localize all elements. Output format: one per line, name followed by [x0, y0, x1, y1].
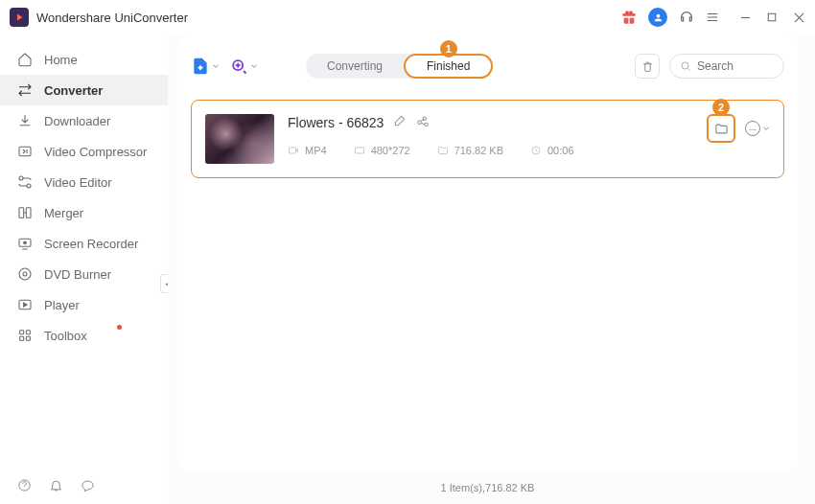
editor-icon	[17, 174, 33, 190]
home-icon	[17, 52, 33, 67]
minimize-button[interactable]	[738, 11, 752, 24]
sidebar-item-merger[interactable]: Merger	[0, 197, 168, 228]
player-icon	[17, 297, 33, 312]
sidebar-item-compressor[interactable]: Video Compressor	[0, 136, 168, 167]
tab-finished[interactable]: 1 Finished	[404, 54, 493, 79]
meta-size: 716.82 KB	[437, 145, 503, 156]
titlebar: Wondershare UniConverter	[0, 0, 815, 34]
callout-badge: 2	[712, 99, 730, 116]
gift-icon[interactable]	[621, 10, 637, 25]
feedback-icon[interactable]	[81, 478, 95, 493]
sidebar-item-home[interactable]: Home	[0, 44, 168, 75]
add-file-button[interactable]	[191, 57, 220, 76]
tab-label: Converting	[327, 59, 383, 73]
recorder-icon	[17, 236, 33, 251]
meta-resolution: 480*272	[354, 145, 410, 156]
toolbox-icon	[17, 328, 33, 343]
maximize-button[interactable]	[765, 11, 779, 24]
tab-label: Finished	[427, 59, 470, 73]
support-icon[interactable]	[679, 10, 694, 25]
svg-rect-14	[26, 336, 30, 340]
svg-point-3	[27, 184, 31, 188]
status-bar: 1 Item(s),716.82 KB	[177, 471, 798, 504]
sidebar-item-downloader[interactable]: Downloader	[0, 105, 168, 136]
compressor-icon	[17, 144, 33, 159]
callout-badge: 1	[440, 40, 457, 57]
sidebar-item-label: Toolbox	[44, 329, 87, 343]
sidebar-item-editor[interactable]: Video Editor	[0, 167, 168, 197]
dvd-icon	[17, 266, 33, 282]
file-card: Flowers - 66823 MP4 480*272	[191, 100, 784, 178]
clock-icon	[530, 145, 542, 156]
toolbar: Converting 1 Finished	[191, 46, 784, 86]
app-logo	[10, 8, 29, 27]
svg-rect-11	[20, 331, 24, 334]
svg-rect-5	[26, 208, 31, 218]
sidebar-item-toolbox[interactable]: Toolbox	[0, 320, 168, 351]
rename-icon[interactable]	[393, 114, 407, 131]
merger-icon	[17, 205, 33, 220]
clear-list-button[interactable]	[635, 54, 660, 79]
file-title: Flowers - 66823	[288, 115, 384, 130]
menu-icon[interactable]	[706, 11, 719, 24]
download-icon	[17, 113, 33, 128]
notification-icon[interactable]	[49, 478, 63, 493]
add-url-button[interactable]	[229, 57, 258, 76]
svg-rect-18	[290, 148, 296, 153]
sidebar-item-label: Video Compressor	[44, 145, 147, 159]
resolution-icon	[354, 145, 365, 156]
tab-converting[interactable]: Converting	[306, 54, 404, 79]
svg-rect-0	[768, 13, 776, 21]
sidebar-item-label: Converter	[44, 83, 103, 98]
sidebar-item-dvd[interactable]: DVD Burner	[0, 259, 168, 289]
sidebar-item-label: Player	[44, 298, 80, 312]
sidebar-item-label: Video Editor	[44, 175, 112, 190]
svg-rect-4	[19, 208, 24, 218]
converter-icon	[17, 82, 33, 98]
video-thumbnail[interactable]	[205, 114, 274, 164]
svg-point-7	[24, 241, 27, 244]
user-avatar[interactable]	[648, 8, 667, 27]
sidebar-item-label: Screen Recorder	[44, 237, 138, 251]
status-summary: 1 Item(s),716.82 KB	[441, 482, 535, 493]
share-icon[interactable]	[416, 114, 430, 131]
svg-rect-12	[26, 331, 30, 334]
sidebar: Home Converter Downloader Video Compress…	[0, 34, 168, 504]
search-box[interactable]	[669, 54, 784, 79]
sidebar-item-recorder[interactable]: Screen Recorder	[0, 228, 168, 259]
search-icon	[680, 60, 691, 72]
close-button[interactable]	[792, 11, 805, 24]
sidebar-item-converter[interactable]: Converter	[0, 75, 168, 105]
video-icon	[288, 145, 299, 156]
sidebar-item-label: Downloader	[44, 114, 110, 128]
sidebar-item-label: Home	[44, 53, 78, 67]
tab-bar: Converting 1 Finished	[306, 54, 493, 79]
svg-rect-19	[355, 148, 363, 153]
meta-duration: 00:06	[530, 145, 574, 156]
folder-icon	[437, 145, 449, 156]
app-title: Wondershare UniConverter	[36, 11, 188, 25]
svg-point-8	[19, 268, 31, 280]
sidebar-item-label: Merger	[44, 206, 83, 220]
help-icon[interactable]	[17, 478, 32, 493]
more-actions-button[interactable]: —	[745, 121, 770, 136]
sidebar-item-player[interactable]: Player	[0, 289, 168, 320]
search-input[interactable]	[697, 59, 774, 73]
meta-format: MP4	[288, 145, 327, 156]
svg-point-9	[23, 272, 27, 276]
open-folder-button[interactable]: 2	[707, 114, 735, 143]
sidebar-item-label: DVD Burner	[44, 267, 111, 282]
svg-rect-13	[20, 336, 24, 340]
svg-point-2	[19, 176, 23, 180]
notification-dot	[117, 325, 122, 330]
svg-point-17	[682, 62, 688, 69]
